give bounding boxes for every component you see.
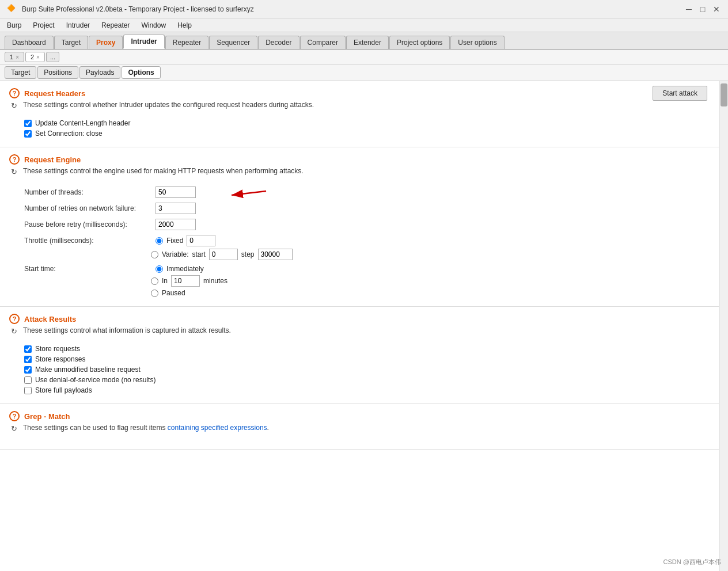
pause-retry-row: Pause before retry (milliseconds):	[24, 219, 710, 230]
starttime-in-label: In	[162, 277, 168, 285]
checkbox-make-baseline-input[interactable]	[24, 366, 32, 374]
checkbox-store-requests-input[interactable]	[24, 345, 32, 353]
minimize-button[interactable]: ─	[684, 5, 693, 14]
checkbox-store-requests: Store requests	[24, 345, 710, 353]
request-engine-section: ? Request Engine ↻ These settings contro…	[0, 147, 719, 307]
menu-repeater[interactable]: Repeater	[99, 20, 132, 31]
attack-results-section: ? Attack Results ↻ These settings contro…	[0, 307, 719, 404]
starttime-in-input[interactable]	[171, 275, 200, 287]
request-engine-body: Number of threads: Number of retr	[24, 186, 710, 297]
instance-tab-1-close[interactable]: ×	[16, 54, 19, 60]
request-engine-title: Request Engine	[24, 155, 81, 164]
throttle-step-input[interactable]	[258, 249, 293, 260]
tab-sequencer[interactable]: Sequencer	[209, 36, 257, 49]
throttle-fixed-radio[interactable]	[156, 237, 163, 245]
sub-tab-bar: Target Positions Payloads Options	[0, 64, 728, 81]
throttle-variable-label: Variable:	[162, 250, 188, 258]
attack-results-help-icon[interactable]: ?	[9, 314, 20, 324]
main-content: Start attack ? Request Headers ↻ These s…	[0, 81, 719, 571]
instance-tab-more[interactable]: ...	[46, 52, 59, 62]
throttle-row: Throttle (milliseconds): Fixed	[24, 235, 710, 246]
scrollbar[interactable]	[719, 81, 728, 571]
subtab-target[interactable]: Target	[5, 66, 36, 79]
start-attack-button[interactable]: Start attack	[653, 86, 707, 101]
starttime-minutes-label: minutes	[203, 277, 227, 285]
grep-match-refresh-icon[interactable]: ↻	[9, 424, 18, 433]
window-title: Burp Suite Professional v2.0beta - Tempo…	[22, 5, 684, 13]
threads-input[interactable]	[156, 186, 196, 198]
menu-burp[interactable]: Burp	[5, 20, 24, 31]
checkbox-store-responses-label: Store responses	[35, 355, 85, 363]
retries-input[interactable]	[156, 203, 196, 214]
threads-row: Number of threads:	[24, 186, 710, 198]
checkbox-set-connection-close-input[interactable]	[24, 130, 32, 138]
scrollbar-thumb[interactable]	[721, 83, 727, 106]
starttime-in-radio[interactable]	[151, 277, 158, 285]
subtab-payloads[interactable]: Payloads	[79, 66, 120, 79]
throttle-variable-radio[interactable]	[151, 251, 158, 258]
menu-project[interactable]: Project	[31, 20, 56, 31]
attack-results-refresh-icon[interactable]: ↻	[9, 326, 18, 336]
tab-project-options[interactable]: Project options	[389, 36, 450, 49]
throttle-fixed-input[interactable]	[187, 235, 215, 246]
request-engine-refresh-icon[interactable]: ↻	[9, 167, 18, 176]
attack-results-body: Store requests Store responses Make unmo…	[24, 345, 710, 394]
pause-retry-input[interactable]	[156, 219, 196, 230]
request-engine-desc: These settings control the engine used f…	[23, 167, 304, 175]
start-time-label: Start time:	[24, 265, 151, 273]
request-headers-desc: These settings control whether Intruder …	[23, 101, 314, 109]
tab-extender[interactable]: Extender	[346, 36, 389, 49]
request-headers-help-icon[interactable]: ?	[9, 88, 20, 98]
request-headers-refresh-icon[interactable]: ↻	[9, 101, 18, 110]
request-engine-help-icon[interactable]: ?	[9, 154, 20, 165]
checkbox-update-content-length-input[interactable]	[24, 120, 32, 127]
tab-repeater[interactable]: Repeater	[165, 36, 208, 49]
tab-dashboard[interactable]: Dashboard	[5, 36, 54, 49]
instance-tab-2[interactable]: 2 ×	[25, 52, 45, 62]
main-tab-bar: Dashboard Target Proxy Intruder Repeater…	[0, 32, 728, 50]
pause-retry-label: Pause before retry (milliseconds):	[24, 220, 151, 229]
tab-target[interactable]: Target	[54, 36, 88, 49]
checkbox-set-connection-close: Set Connection: close	[24, 130, 710, 138]
start-time-row: Start time: Immediately	[24, 265, 710, 273]
throttle-step-label: step	[241, 250, 255, 258]
menu-intruder[interactable]: Intruder	[64, 20, 92, 31]
content-area: Start attack ? Request Headers ↻ These s…	[0, 81, 728, 571]
menu-window[interactable]: Window	[139, 20, 168, 31]
instance-tab-1-label: 1	[10, 54, 13, 60]
tab-proxy[interactable]: Proxy	[89, 36, 123, 49]
tab-comparer[interactable]: Comparer	[300, 36, 346, 49]
request-headers-section: Start attack ? Request Headers ↻ These s…	[0, 81, 719, 147]
menubar: Burp Project Intruder Repeater Window He…	[0, 18, 728, 32]
tab-intruder[interactable]: Intruder	[123, 35, 164, 49]
subtab-options[interactable]: Options	[122, 66, 160, 79]
tab-decoder[interactable]: Decoder	[258, 36, 299, 49]
checkbox-store-requests-label: Store requests	[35, 345, 80, 353]
starttime-paused-radio[interactable]	[151, 290, 158, 297]
starttime-paused-label: Paused	[162, 289, 185, 297]
grep-match-help-icon[interactable]: ?	[9, 411, 20, 421]
grep-match-section: ? Grep - Match ↻ These settings can be u…	[0, 404, 719, 450]
subtab-positions[interactable]: Positions	[37, 66, 78, 79]
instance-tab-2-label: 2	[31, 54, 34, 60]
instance-tab-1[interactable]: 1 ×	[5, 52, 24, 62]
attack-results-desc: These settings control what information …	[23, 326, 231, 334]
request-headers-body: Update Content-Length header Set Connect…	[24, 119, 710, 138]
checkbox-denial-of-service-input[interactable]	[24, 376, 32, 384]
close-button[interactable]: ✕	[712, 5, 721, 14]
tab-user-options[interactable]: User options	[450, 36, 504, 49]
maximize-button[interactable]: □	[698, 5, 707, 14]
checkbox-make-baseline-label: Make unmodified baseline request	[35, 366, 141, 374]
throttle-start-input[interactable]	[209, 249, 238, 260]
starttime-immediately-radio[interactable]	[156, 265, 163, 273]
menu-help[interactable]: Help	[175, 20, 194, 31]
throttle-start-label: start	[192, 250, 205, 258]
svg-line-1	[232, 191, 266, 195]
threads-label: Number of threads:	[24, 188, 151, 196]
instance-tab-2-close[interactable]: ×	[36, 54, 40, 60]
checkbox-store-responses-input[interactable]	[24, 356, 32, 363]
checkbox-store-payloads-input[interactable]	[24, 387, 32, 394]
checkbox-store-payloads-label: Store full payloads	[35, 386, 92, 394]
checkbox-make-baseline: Make unmodified baseline request	[24, 366, 710, 374]
checkbox-update-content-length: Update Content-Length header	[24, 119, 710, 127]
